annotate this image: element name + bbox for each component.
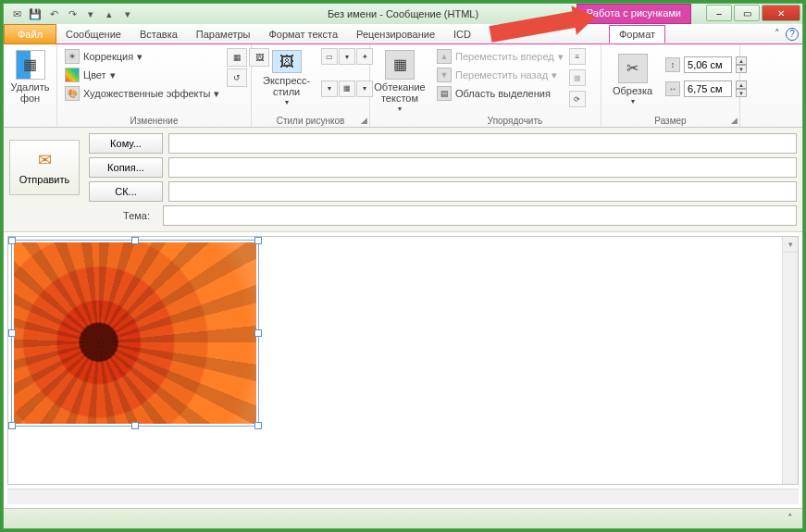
message-body[interactable]: ▾ <box>7 236 799 485</box>
title-bar: ✉ 💾 ↶ ↷ ▾ ▴ ▾ Без имени - Сообщение (HTM… <box>4 4 802 24</box>
wrap-text-button[interactable]: ▦ Обтекание текстом▾ <box>376 46 424 118</box>
prev-icon[interactable]: ▾ <box>83 6 98 21</box>
corrections-icon: ☀ <box>65 49 80 64</box>
group-label-adjust: Изменение <box>57 116 251 126</box>
color-icon <box>65 68 80 82</box>
vertical-scrollbar[interactable]: ▾ <box>782 237 798 484</box>
artistic-effects-button[interactable]: 🎨Художественные эффекты▾ <box>63 85 221 102</box>
tab-icd[interactable]: ICD <box>444 26 480 43</box>
minimize-button[interactable]: – <box>706 5 732 21</box>
collapse-ribbon-icon[interactable]: ˄ <box>775 28 780 40</box>
subject-label: Тема: <box>9 210 157 221</box>
crop-icon: ✂ <box>618 54 648 83</box>
picture-border-dd[interactable]: ▾ <box>339 48 355 65</box>
crop-button[interactable]: ✂ Обрезка▾ <box>607 50 658 110</box>
height-icon: ↕ <box>665 57 680 72</box>
scrollbar-options-icon[interactable]: ▾ <box>783 237 798 253</box>
width-icon: ↔ <box>665 81 680 96</box>
maximize-button[interactable]: ▭ <box>734 5 760 21</box>
height-input[interactable] <box>684 56 732 73</box>
color-button[interactable]: Цвет▾ <box>63 67 221 83</box>
selection-frame <box>11 240 259 427</box>
group-label-size: Размер <box>601 116 739 126</box>
size-dialog-launcher[interactable]: ◢ <box>731 116 738 125</box>
bcc-input[interactable] <box>168 181 797 202</box>
corrections-button[interactable]: ☀Коррекция▾ <box>63 48 221 65</box>
express-styles-icon: 🖼 <box>272 50 302 73</box>
height-down[interactable]: ▼ <box>736 65 747 73</box>
resize-handle-tl[interactable] <box>8 237 16 244</box>
resize-handle-bl[interactable] <box>8 422 16 429</box>
wrap-text-icon: ▦ <box>385 50 415 80</box>
send-backward-icon: ▼ <box>437 68 452 82</box>
align-button[interactable]: ≡ <box>569 48 586 65</box>
bring-forward-icon: ▲ <box>437 49 452 64</box>
contextual-tab-title: Работа с рисунками <box>577 4 691 24</box>
subject-input[interactable] <box>163 205 797 226</box>
selection-pane-button[interactable]: ▤Область выделения <box>435 85 565 102</box>
styles-dialog-launcher[interactable]: ◢ <box>361 116 367 125</box>
resize-handle-br[interactable] <box>254 422 262 429</box>
height-up[interactable]: ▲ <box>736 56 747 65</box>
next-icon[interactable]: ▴ <box>102 6 117 21</box>
bring-forward-button: ▲Переместить вперед▾ <box>435 48 565 65</box>
rotate-button[interactable]: ⟳ <box>569 91 586 107</box>
status-bar: ˄ <box>4 508 802 528</box>
picture-border-button[interactable]: ▭ <box>321 48 338 65</box>
resize-handle-t[interactable] <box>131 237 139 244</box>
height-field[interactable]: ↕ ▲▼ <box>663 56 749 74</box>
tab-format-picture[interactable]: Формат <box>609 25 665 43</box>
cc-button[interactable]: Копия... <box>89 157 163 178</box>
group-button: ▦ <box>569 69 586 86</box>
remove-bg-icon: ▦ <box>16 50 45 80</box>
ribbon-tabs: Файл Сообщение Вставка Параметры Формат … <box>4 24 802 44</box>
resize-handle-b[interactable] <box>131 422 139 429</box>
reset-picture-button[interactable]: ↺ <box>227 68 247 87</box>
tab-format-text[interactable]: Формат текста <box>259 26 347 43</box>
group-label-styles: Стили рисунков <box>252 116 369 126</box>
save-icon[interactable]: 💾 <box>28 6 43 21</box>
width-down[interactable]: ▼ <box>736 89 747 97</box>
bcc-button[interactable]: СК... <box>89 181 163 202</box>
width-field[interactable]: ↔ ▲▼ <box>663 80 749 98</box>
file-tab[interactable]: Файл <box>4 24 56 44</box>
qat-more-icon[interactable]: ▾ <box>120 6 135 21</box>
compress-pictures-button[interactable]: ▦ <box>227 48 247 67</box>
to-input[interactable] <box>168 133 797 154</box>
tab-message[interactable]: Сообщение <box>56 26 130 43</box>
undo-icon[interactable]: ↶ <box>46 6 61 21</box>
selection-pane-icon: ▤ <box>437 86 452 101</box>
tab-options[interactable]: Параметры <box>187 26 260 43</box>
resize-handle-l[interactable] <box>8 329 16 337</box>
envelope-icon: ✉ <box>38 150 52 170</box>
message-header: ✉ Отправить Кому... Копия... СК... Тема: <box>4 128 802 232</box>
tab-review[interactable]: Рецензирование <box>347 26 444 43</box>
width-up[interactable]: ▲ <box>736 80 747 89</box>
cc-input[interactable] <box>168 157 797 178</box>
picture-layout-button[interactable]: ▦ <box>339 80 355 97</box>
send-backward-button: ▼Переместить назад▾ <box>435 67 565 83</box>
new-mail-icon[interactable]: ✉ <box>9 6 24 21</box>
window-title: Без имени - Сообщение (HTML) <box>328 8 478 19</box>
help-icon[interactable]: ? <box>786 28 799 41</box>
remove-background-button[interactable]: ▦ Удалить фон <box>9 46 51 107</box>
tab-insert[interactable]: Вставка <box>130 26 187 43</box>
resize-handle-r[interactable] <box>254 329 262 337</box>
group-label-arrange: Упорядочить <box>429 116 601 126</box>
width-input[interactable] <box>684 80 732 97</box>
horizontal-scrollbar[interactable] <box>7 489 799 504</box>
send-button[interactable]: ✉ Отправить <box>9 140 80 195</box>
ribbon: ▦ Удалить фон ☀Коррекция▾ Цвет▾ 🎨Художес… <box>4 44 802 128</box>
picture-effects-dd[interactable]: ▾ <box>321 80 338 97</box>
redo-icon[interactable]: ↷ <box>65 6 80 21</box>
to-button[interactable]: Кому... <box>89 133 163 154</box>
express-styles-button[interactable]: 🖼 Экспресс-стили▾ <box>257 46 316 111</box>
quick-access-toolbar: ✉ 💾 ↶ ↷ ▾ ▴ ▾ <box>4 6 141 21</box>
artistic-icon: 🎨 <box>65 86 80 101</box>
resize-handle-tr[interactable] <box>254 237 262 244</box>
selected-image[interactable] <box>14 242 256 424</box>
zoom-chevron-icon[interactable]: ˄ <box>787 513 793 525</box>
close-button[interactable]: ✕ <box>762 5 800 21</box>
